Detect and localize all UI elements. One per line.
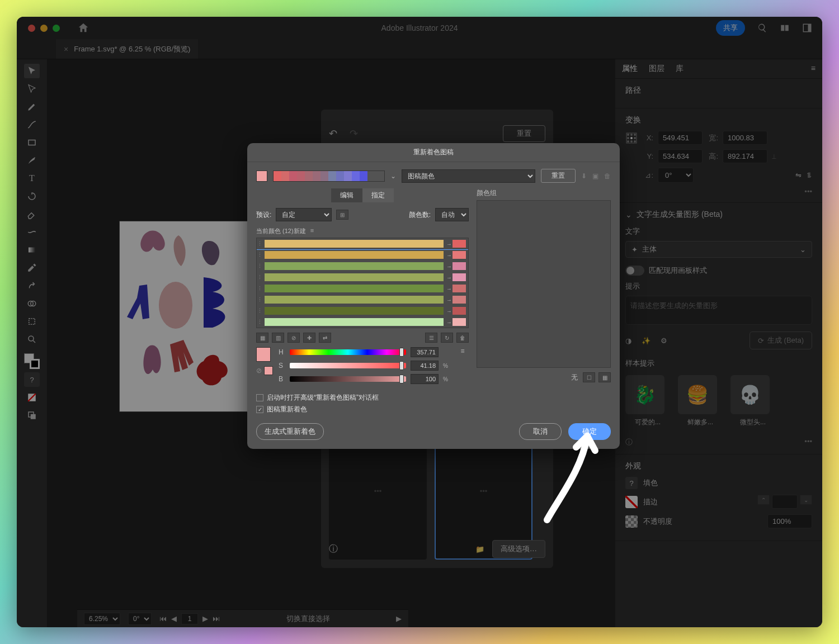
- merge-icon[interactable]: ▦: [256, 333, 268, 343]
- cancel-button[interactable]: 取消: [519, 423, 562, 440]
- preset-select[interactable]: 自定: [276, 208, 332, 221]
- swatch[interactable]: [360, 171, 367, 181]
- swatch[interactable]: [328, 171, 336, 181]
- generative-recolor-button[interactable]: 生成式重新着色: [256, 423, 324, 440]
- color-row[interactable]: ⋮ →: [257, 249, 468, 261]
- hsb-slider-B[interactable]: [290, 376, 406, 382]
- hsb-label: H: [279, 348, 285, 356]
- hsb-label: S: [279, 362, 285, 370]
- open-advanced-label: 启动时打开高级“重新着色图稿”对话框: [267, 393, 379, 402]
- swatch[interactable]: [289, 171, 297, 181]
- open-advanced-checkbox[interactable]: [256, 394, 263, 401]
- hsb-swatch-small[interactable]: [264, 366, 273, 375]
- none-label: 无: [571, 373, 578, 381]
- color-groups-box[interactable]: [477, 200, 611, 368]
- swatch[interactable]: [313, 171, 320, 181]
- color-row[interactable]: ⋮ →: [257, 283, 468, 294]
- dialog-reset-button[interactable]: 重置: [541, 169, 576, 183]
- hsb-value-H[interactable]: [411, 347, 439, 357]
- new-row-button[interactable]: 新建: [294, 227, 306, 235]
- none-icon[interactable]: ☐: [583, 372, 595, 382]
- find-color-icon[interactable]: ☰: [425, 333, 437, 343]
- swatch[interactable]: [281, 171, 289, 181]
- subtab-edit[interactable]: 编辑: [331, 188, 362, 202]
- randomize-icon[interactable]: ↻: [441, 333, 453, 343]
- swatch[interactable]: [297, 171, 305, 181]
- dialog-title: 重新着色图稿: [247, 143, 620, 162]
- color-row[interactable]: ⋮ →: [257, 316, 468, 328]
- grid-icon[interactable]: ▦: [598, 372, 611, 382]
- swatch-dropdown-icon[interactable]: ⌄: [390, 172, 396, 180]
- hsb-unit: %: [443, 376, 451, 382]
- preset-save-icon[interactable]: ⊞: [336, 210, 348, 220]
- swatch[interactable]: [274, 171, 281, 181]
- subtab-assign[interactable]: 指定: [362, 188, 394, 202]
- trash-icon[interactable]: 🗑: [604, 172, 611, 180]
- hsb-unit: %: [443, 363, 451, 369]
- save-group-icon[interactable]: ⬇: [581, 172, 587, 180]
- app-window: Adobe Illustrator 2024 共享 × Frame 1.svg*…: [17, 17, 822, 627]
- color-source-select[interactable]: 图稿颜色: [402, 169, 535, 183]
- hsb-slider-H[interactable]: [290, 349, 406, 355]
- swatch[interactable]: [305, 171, 313, 181]
- row-menu-icon[interactable]: ≡: [310, 227, 314, 235]
- swatch[interactable]: [320, 171, 328, 181]
- hsb-slider-S[interactable]: [290, 363, 406, 368]
- preset-label: 预设:: [256, 210, 271, 220]
- new-row-icon[interactable]: ✚: [303, 333, 315, 343]
- recolor-artwork-dialog: 重新着色图稿 ⌄ 图稿颜色 重置 ⬇ ▣ 🗑 编辑 指定: [247, 143, 620, 449]
- ok-button[interactable]: 确定: [568, 423, 611, 440]
- swatch-strip[interactable]: [273, 171, 385, 182]
- separate-icon[interactable]: ▥: [272, 333, 284, 343]
- color-groups-label: 颜色组: [477, 188, 611, 198]
- trash-row-icon[interactable]: 🗑: [456, 333, 469, 343]
- hsb-value-S[interactable]: [411, 361, 439, 371]
- link-harmony-icon[interactable]: ⊘: [256, 367, 262, 375]
- hsb-swatch[interactable]: [256, 347, 271, 362]
- hsb-value-B[interactable]: [411, 374, 439, 384]
- color-row[interactable]: ⋮ →: [257, 305, 468, 316]
- hsb-label: B: [279, 375, 285, 383]
- slider-menu-icon[interactable]: ≡: [460, 347, 464, 355]
- current-colors-label: 当前颜色 (12): [256, 227, 294, 235]
- recolor-art-checkbox[interactable]: [256, 406, 263, 413]
- swatch[interactable]: [336, 171, 344, 181]
- swatch[interactable]: [344, 171, 352, 181]
- colors-count-select[interactable]: 自动: [435, 208, 469, 221]
- colors-count-label: 颜色数:: [409, 210, 431, 220]
- color-row[interactable]: ⋮ →: [257, 238, 468, 249]
- recolor-art-label: 图稿重新着色: [267, 405, 307, 414]
- color-rows-list: ⋮ → ⋮ → ⋮ → ⋮ → ⋮ → ⋮ → ⋮ → ⋮ →: [256, 238, 469, 328]
- swatch[interactable]: [352, 171, 360, 181]
- active-color-swatch[interactable]: [256, 171, 267, 182]
- exclude-icon[interactable]: ⊘: [287, 333, 300, 343]
- color-row[interactable]: ⋮ →: [257, 272, 468, 283]
- folder-icon[interactable]: ▣: [592, 172, 598, 180]
- link-icon[interactable]: ⇄: [319, 333, 331, 343]
- color-row[interactable]: ⋮ →: [257, 261, 468, 272]
- color-row[interactable]: ⋮ →: [257, 294, 468, 305]
